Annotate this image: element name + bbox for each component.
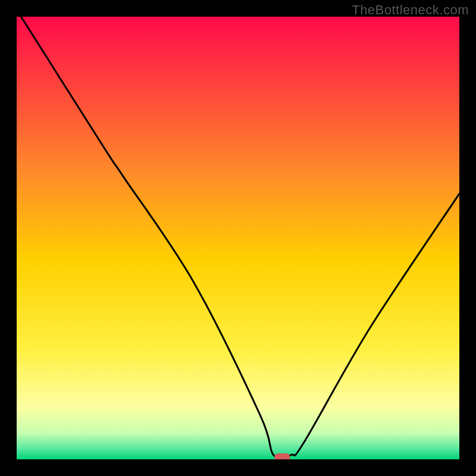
chart-svg: [17, 17, 459, 459]
optimal-marker: [274, 453, 290, 459]
gradient-rect: [17, 17, 459, 459]
chart-frame: TheBottleneck.com: [0, 0, 476, 476]
plot-area: [17, 17, 459, 459]
watermark-text: TheBottleneck.com: [352, 2, 469, 18]
